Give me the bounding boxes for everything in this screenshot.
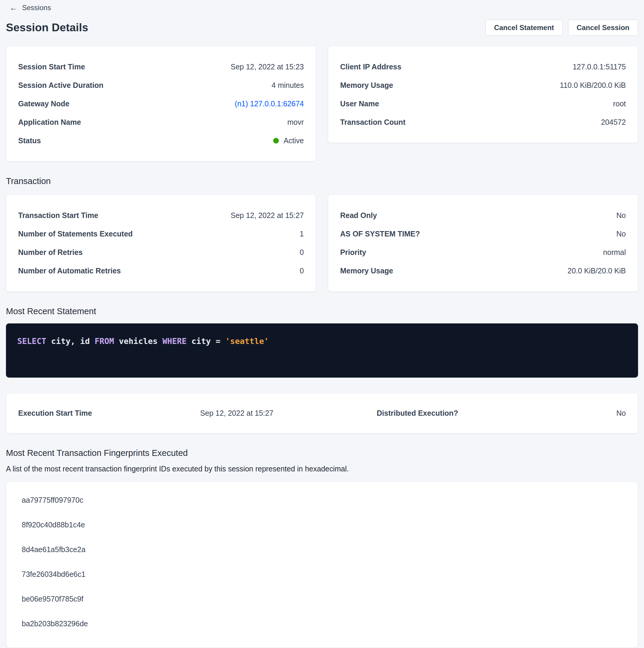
cancel-session-button[interactable]: Cancel Session <box>568 20 638 36</box>
fingerprint-item: 8f920c40d88b1c4e <box>22 512 626 537</box>
kv-row-transaction-count: Transaction Count 204572 <box>340 113 626 131</box>
transaction-cards: Transaction Start Time Sep 12, 2022 at 1… <box>6 195 638 291</box>
kv-row-transaction-start-time: Transaction Start Time Sep 12, 2022 at 1… <box>18 206 304 224</box>
sql-keyword: SELECT <box>17 336 46 346</box>
sql-text: vehicles <box>114 336 163 346</box>
kv-value: movr <box>287 118 304 126</box>
page-header: Session Details Cancel Statement Cancel … <box>6 20 638 36</box>
session-status: Active <box>273 137 304 145</box>
back-arrow-icon: ← <box>9 4 17 12</box>
fingerprint-item: be06e9570f785c9f <box>22 587 626 611</box>
kv-row-status: Status Active <box>18 131 304 150</box>
kv-label: Session Active Duration <box>18 81 104 90</box>
kv-value: No <box>616 409 626 418</box>
fingerprint-item: 8d4ae61a5fb3ce2a <box>22 537 626 562</box>
kv-label: Session Start Time <box>18 62 85 71</box>
kv-label: Priority <box>340 248 366 257</box>
kv-label: Application Name <box>18 118 81 126</box>
kv-row-automatic-retries: Number of Automatic Retries 0 <box>18 262 304 280</box>
status-active-dot-icon <box>273 138 279 144</box>
fingerprint-item: ba2b203b823296de <box>22 611 626 636</box>
page-title: Session Details <box>6 21 89 34</box>
kv-label: Read Only <box>340 211 377 220</box>
session-details-card-right: Client IP Address 127.0.0.1:51175 Memory… <box>328 46 638 143</box>
kv-value: Sep 12, 2022 at 15:27 <box>231 211 304 220</box>
kv-label: Transaction Start Time <box>18 211 98 220</box>
sql-keyword: FROM <box>95 336 114 346</box>
session-details-card-left: Session Start Time Sep 12, 2022 at 15:23… <box>6 46 316 161</box>
kv-label: Number of Automatic Retries <box>18 267 121 275</box>
transaction-card-right: Read Only No AS OF SYSTEM TIME? No Prior… <box>328 195 638 291</box>
fingerprints-section-heading: Most Recent Transaction Fingerprints Exe… <box>6 448 638 458</box>
kv-value: normal <box>603 248 626 257</box>
breadcrumb-label: Sessions <box>22 4 51 12</box>
status-text: Active <box>284 137 304 145</box>
kv-value: No <box>616 230 626 238</box>
kv-value: 1 <box>300 230 304 238</box>
kv-row-statements-executed: Number of Statements Executed 1 <box>18 224 304 243</box>
gateway-node-link[interactable]: (n1) 127.0.0.1:62674 <box>235 100 304 108</box>
most-recent-statement-heading: Most Recent Statement <box>6 307 638 316</box>
kv-value: 4 minutes <box>272 81 304 90</box>
kv-value: 0 <box>300 267 304 275</box>
back-to-sessions-link[interactable]: ← Sessions <box>9 4 51 12</box>
kv-row-application-name: Application Name movr <box>18 113 304 131</box>
kv-label: Transaction Count <box>340 118 405 126</box>
kv-label: Status <box>18 137 41 145</box>
kv-row-distributed-execution: Distributed Execution? No <box>377 409 626 418</box>
kv-row-priority: Priority normal <box>340 243 626 262</box>
kv-value: 127.0.0.1:51175 <box>573 62 626 71</box>
fingerprints-card: aa79775ff097970c 8f920c40d88b1c4e 8d4ae6… <box>6 482 638 648</box>
kv-row-user-name: User Name root <box>340 94 626 113</box>
transaction-card-left: Transaction Start Time Sep 12, 2022 at 1… <box>6 195 316 291</box>
kv-label: Memory Usage <box>340 267 393 275</box>
kv-row-client-ip: Client IP Address 127.0.0.1:51175 <box>340 57 626 76</box>
kv-label: Number of Statements Executed <box>18 230 133 238</box>
kv-label: AS OF SYSTEM TIME? <box>340 230 420 238</box>
kv-row-read-only: Read Only No <box>340 206 626 224</box>
sql-text: city, id <box>46 336 95 346</box>
transaction-section-heading: Transaction <box>6 176 638 186</box>
kv-label: Gateway Node <box>18 100 69 108</box>
sql-text: city = <box>187 336 225 346</box>
kv-value: 0 <box>300 248 304 257</box>
kv-label: Number of Retries <box>18 248 83 257</box>
sql-keyword: WHERE <box>163 336 187 346</box>
kv-row-gateway-node: Gateway Node (n1) 127.0.0.1:62674 <box>18 94 304 113</box>
kv-value: 110.0 KiB/200.0 KiB <box>560 81 626 90</box>
kv-row-session-active-duration: Session Active Duration 4 minutes <box>18 76 304 94</box>
kv-label: Memory Usage <box>340 81 393 90</box>
kv-value: root <box>613 100 626 108</box>
kv-value: No <box>616 211 626 220</box>
kv-row-session-start-time: Session Start Time Sep 12, 2022 at 15:23 <box>18 57 304 76</box>
kv-row-execution-start-time: Execution Start Time Sep 12, 2022 at 15:… <box>18 409 274 418</box>
kv-label: Client IP Address <box>340 62 402 71</box>
fingerprint-item: 73fe26034bd6e6c1 <box>22 562 626 587</box>
kv-label: Distributed Execution? <box>377 409 458 418</box>
header-actions: Cancel Statement Cancel Session <box>485 20 638 36</box>
fingerprint-item: aa79775ff097970c <box>22 488 626 512</box>
sql-string-literal: 'seattle' <box>225 336 269 346</box>
session-overview-cards: Session Start Time Sep 12, 2022 at 15:23… <box>6 46 638 161</box>
kv-value: 204572 <box>601 118 626 126</box>
statement-execution-card: Execution Start Time Sep 12, 2022 at 15:… <box>6 393 638 433</box>
kv-value: Sep 12, 2022 at 15:23 <box>231 62 304 71</box>
kv-label: User Name <box>340 100 379 108</box>
cancel-statement-button[interactable]: Cancel Statement <box>485 20 563 36</box>
kv-label: Execution Start Time <box>18 409 92 418</box>
kv-row-memory-usage: Memory Usage 110.0 KiB/200.0 KiB <box>340 76 626 94</box>
sql-statement-box: SELECT city, id FROM vehicles WHERE city… <box>6 323 638 378</box>
kv-value: Sep 12, 2022 at 15:27 <box>200 409 274 418</box>
kv-row-txn-memory-usage: Memory Usage 20.0 KiB/20.0 KiB <box>340 262 626 280</box>
session-details-page: ← Sessions Session Details Cancel Statem… <box>0 0 644 648</box>
fingerprints-description: A list of the most recent transaction fi… <box>6 465 638 473</box>
kv-row-as-of-system-time: AS OF SYSTEM TIME? No <box>340 224 626 243</box>
kv-row-number-of-retries: Number of Retries 0 <box>18 243 304 262</box>
kv-value: 20.0 KiB/20.0 KiB <box>568 267 626 275</box>
